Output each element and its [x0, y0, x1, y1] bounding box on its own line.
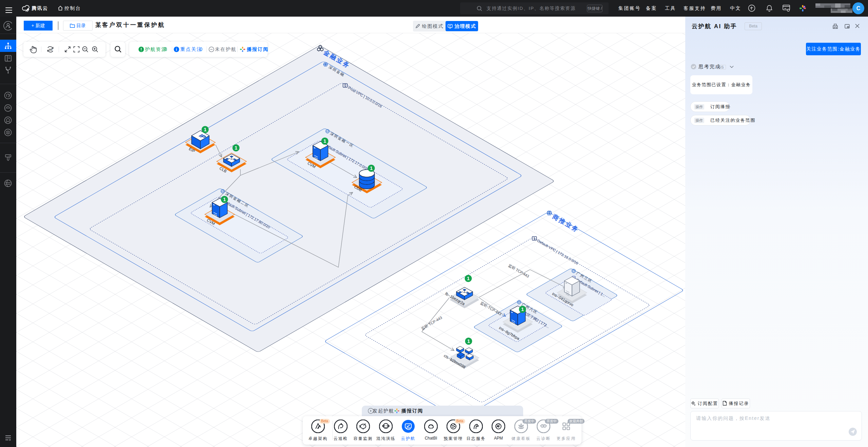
svg-text:2D: 2D [49, 48, 52, 51]
